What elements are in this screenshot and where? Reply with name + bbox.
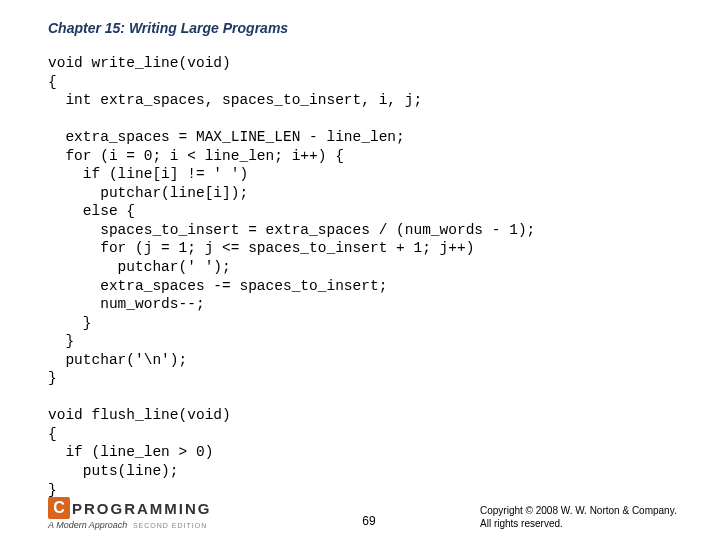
logo-c-icon: C xyxy=(48,497,70,519)
logo-subtitle-text: A Modern Approach xyxy=(48,520,127,530)
slide-content: Chapter 15: Writing Large Programs void … xyxy=(0,0,720,499)
logo-subtitle: A Modern Approach SECOND EDITION xyxy=(48,520,212,530)
logo-main: C PROGRAMMING xyxy=(48,497,212,519)
logo-edition: SECOND EDITION xyxy=(133,522,207,529)
code-block: void write_line(void) { int extra_spaces… xyxy=(48,54,672,499)
copyright-text: Copyright © 2008 W. W. Norton & Company.… xyxy=(480,505,690,530)
page-number: 69 xyxy=(362,514,375,528)
chapter-title: Chapter 15: Writing Large Programs xyxy=(48,20,672,36)
book-logo: C PROGRAMMING A Modern Approach SECOND E… xyxy=(48,497,212,530)
logo-text: PROGRAMMING xyxy=(72,500,212,517)
footer: C PROGRAMMING A Modern Approach SECOND E… xyxy=(48,497,690,530)
